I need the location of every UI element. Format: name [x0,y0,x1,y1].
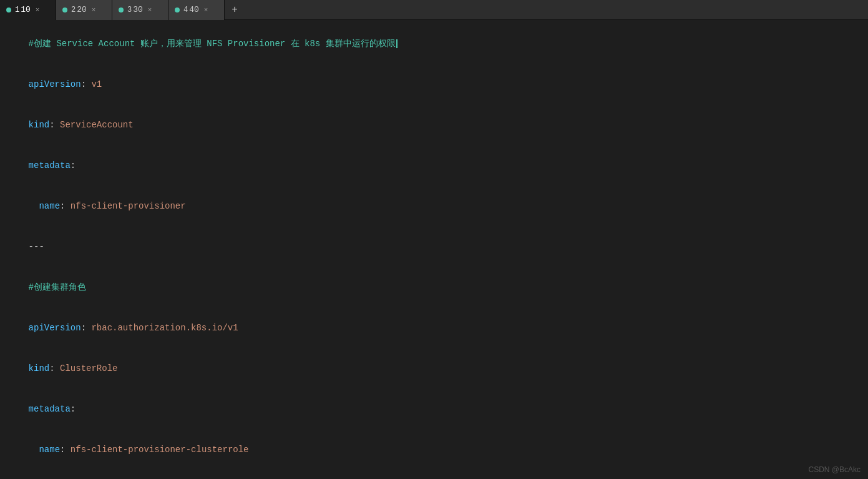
tab-3-close[interactable]: × [148,6,152,14]
code-line-2: apiVersion: v1 [7,64,861,105]
code-line-6: --- [7,227,861,267]
tab-4-number: 4 [183,6,188,14]
add-tab-button[interactable]: + [225,0,245,20]
tab-2-close[interactable]: × [92,6,96,14]
tab-2-label: 20 [77,5,87,14]
code-line-5: name: nfs-client-provisioner [7,186,861,227]
code-line-1: #创建 Service Account 账户，用来管理 NFS Provisio… [7,24,861,64]
comment-1: #创建 Service Account 账户，用来管理 NFS Provisio… [29,39,396,49]
tab-3-label: 30 [133,5,143,14]
code-line-10: metadata: [7,390,861,430]
code-line-4: metadata: [7,146,861,186]
tab-bar: 1 10 × 2 20 × 3 30 × 4 40 × + [0,0,868,20]
tab-3-dot [119,7,124,12]
tab-1-close[interactable]: × [36,6,40,14]
tab-4-dot [175,7,180,12]
tab-2[interactable]: 2 20 × [56,0,112,20]
tab-4-close[interactable]: × [204,6,208,14]
code-line-12: rules: [7,471,861,479]
tab-2-dot [62,7,67,12]
tab-3[interactable]: 3 30 × [112,0,168,20]
code-line-11: name: nfs-client-provisioner-clusterrole [7,430,861,471]
code-line-8: apiVersion: rbac.authorization.k8s.io/v1 [7,308,861,348]
tab-1-label: 10 [21,5,31,14]
code-line-3: kind: ServiceAccount [7,105,861,146]
tab-4-label: 40 [189,5,199,14]
tab-4[interactable]: 4 40 × [168,0,225,20]
tab-3-number: 3 [127,6,132,14]
code-editor[interactable]: #创建 Service Account 账户，用来管理 NFS Provisio… [0,20,868,479]
tab-2-number: 2 [71,6,76,14]
tab-1-number: 1 [15,6,19,14]
code-line-7: #创建集群角色 [7,267,861,308]
tab-1[interactable]: 1 10 × [0,0,56,20]
watermark: CSDN @BcAkc [808,465,861,474]
code-line-9: kind: ClusterRole [7,349,861,390]
tab-1-dot [6,7,11,12]
